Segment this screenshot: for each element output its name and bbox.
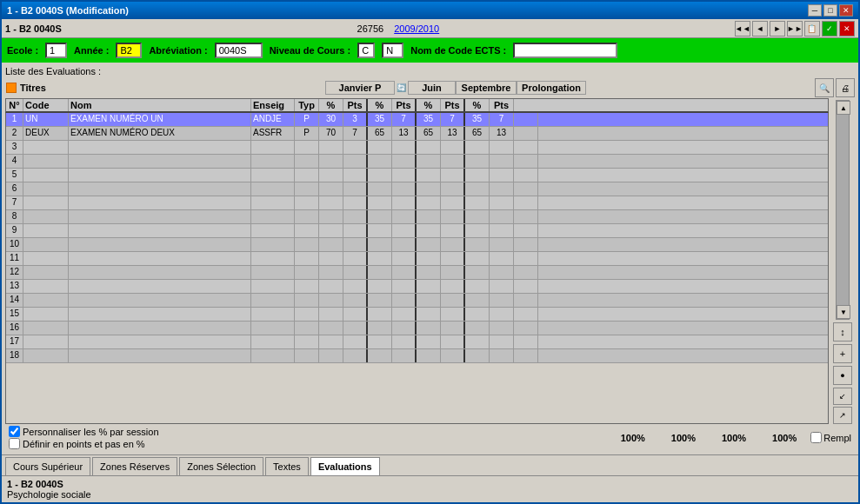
col-enseig: Enseig (251, 99, 295, 111)
table-row[interactable]: 10 (6, 238, 828, 252)
nav-prev[interactable]: ◄ (752, 21, 768, 36)
col-pct2: % (368, 99, 392, 111)
tab-zones-sélection[interactable]: Zones Sélection (179, 457, 263, 475)
col-code: Code (23, 99, 69, 111)
nav-next-next[interactable]: ►► (787, 21, 803, 36)
maximize-button[interactable]: □ (823, 4, 837, 17)
tab-zones-réserves[interactable]: Zones Réserves (92, 457, 177, 475)
scroll-track[interactable] (837, 115, 849, 305)
session-prol-label: Prolongation (517, 81, 586, 95)
table-row[interactable]: 9 (6, 224, 828, 238)
col-typ: Typ (295, 99, 319, 111)
nav-copy[interactable]: 📋 (804, 21, 820, 36)
section-label: Liste des Evaluations : (5, 66, 855, 76)
table-row[interactable]: 6 (6, 182, 828, 196)
close-button[interactable]: ✕ (839, 4, 853, 17)
nav-cancel[interactable]: ✕ (839, 21, 855, 36)
nav-buttons: ◄◄ ◄ ► ►► 📋 ✓ ✕ (735, 21, 855, 36)
add-button[interactable]: + (833, 344, 852, 363)
refresh-icon[interactable]: 🔄 (397, 83, 406, 92)
abreviation-input[interactable] (215, 43, 263, 58)
grid-outer: N° Code Nom Enseig Typ % Pts % Pts % Pts… (5, 98, 829, 424)
table-row[interactable]: 15 (6, 308, 828, 322)
table-row[interactable]: 18 (6, 349, 828, 363)
personnaliser-checkbox[interactable] (9, 426, 20, 437)
niveau-input2[interactable] (382, 43, 403, 58)
col-pct1: % (319, 99, 343, 111)
table-row[interactable]: 8 (6, 210, 828, 224)
pct-sept: 100% (722, 433, 746, 443)
nom-code-label: Nom de Code ECTS : (410, 45, 506, 56)
session-juin-label: Juin (408, 81, 456, 95)
scrollbar: ▲ ▼ (836, 100, 850, 320)
nav-confirm[interactable]: ✓ (822, 21, 837, 36)
menu-bar: 1 - B2 0040S 26756 2009/2010 ◄◄ ◄ ► ►► 📋… (2, 19, 858, 38)
personnaliser-label: Personnaliser les % par session (23, 427, 159, 437)
form-bar: Ecole : Année : Abréviation : Niveau de … (2, 38, 858, 63)
tab-textes[interactable]: Textes (265, 457, 309, 475)
annee-input[interactable] (116, 43, 142, 58)
app-window: 1 - B2 0040S (Modification) ─ □ ✕ 1 - B2… (0, 0, 860, 504)
table-row[interactable]: 1 UN EXAMEN NUMÉRO UN ANDJE P 30 3 35 7 … (6, 113, 828, 127)
table-row[interactable]: 17 (6, 335, 828, 349)
search-icon-btn[interactable]: 🔍 (815, 78, 834, 97)
titres-label: Titres (20, 83, 46, 93)
pct-jan: 100% (621, 433, 645, 443)
title-bar-controls: ─ □ ✕ (808, 4, 853, 17)
table-row[interactable]: 7 (6, 196, 828, 210)
bullet-button[interactable]: ● (833, 366, 852, 385)
col-pts2: Pts (392, 99, 417, 111)
nav-prev-prev[interactable]: ◄◄ (735, 21, 750, 36)
scroll-down[interactable]: ▼ (837, 305, 850, 319)
table-row[interactable]: 5 (6, 169, 828, 182)
definir-check-row: Définir en points et pas en % (9, 438, 159, 449)
col-pts4: Pts (490, 99, 514, 111)
session-headers: Titres Janvier P 🔄 Juin Septembre Prolon… (5, 78, 855, 97)
status-line1: 1 - B2 0040S (7, 479, 853, 489)
pct-prol: 100% (772, 433, 797, 443)
nav-next[interactable]: ► (770, 21, 785, 36)
scroll-up[interactable]: ▲ (837, 101, 850, 115)
table-row[interactable]: 4 (6, 155, 828, 169)
tab-bar: Cours SupérieurZones RéservesZones Sélec… (2, 454, 858, 475)
checkboxes: Personnaliser les % par session Définir … (9, 426, 159, 449)
col-extra (514, 99, 538, 111)
nom-code-input[interactable] (513, 43, 617, 58)
definir-checkbox[interactable] (9, 438, 20, 449)
sidebar-icons: ▲ ▼ ↕ + ● ↙ ↗ (830, 98, 855, 424)
rempl-checkbox[interactable] (810, 432, 822, 443)
print-icon-btn[interactable]: 🖨 (836, 78, 855, 97)
table-row[interactable]: 11 (6, 252, 828, 266)
table-row[interactable]: 12 (6, 266, 828, 280)
niveau-input1[interactable] (357, 43, 375, 58)
sort-button[interactable]: ↕ (833, 322, 852, 342)
col-nom: Nom (69, 99, 251, 111)
percentages-display: 100% 100% 100% 100% (621, 433, 797, 443)
tab-cours-supérieur[interactable]: Cours Supérieur (5, 457, 90, 475)
table-row[interactable]: 3 (6, 141, 828, 155)
bottom-icons: ↙ ↗ (833, 388, 852, 424)
niveau-label: Niveau de Cours : (270, 45, 351, 56)
arrow-left-icon[interactable]: ↙ (833, 388, 852, 405)
session-sept-label: Septembre (456, 81, 517, 95)
rempl-label: Rempl (823, 433, 851, 443)
pct-juin: 100% (671, 433, 696, 443)
table-row[interactable]: 2 DEUX EXAMEN NUMÉRO DEUX ASSFR P 70 7 6… (6, 127, 828, 141)
table-row[interactable]: 13 (6, 280, 828, 294)
col-headers-row: N° Code Nom Enseig Typ % Pts % Pts % Pts… (5, 98, 829, 113)
status-bar: 1 - B2 0040S Psychologie sociale (2, 475, 858, 502)
ecole-input[interactable] (45, 43, 67, 58)
col-pts1: Pts (343, 99, 368, 111)
arrow-right-icon[interactable]: ↗ (833, 407, 852, 424)
table-row[interactable]: 14 (6, 294, 828, 308)
session-jan-label: Janvier P (325, 81, 395, 95)
data-rows: 1 UN EXAMEN NUMÉRO UN ANDJE P 30 3 35 7 … (5, 113, 829, 424)
title-bar: 1 - B2 0040S (Modification) ─ □ ✕ (2, 2, 858, 19)
col-pct3: % (417, 99, 441, 111)
table-row[interactable]: 16 (6, 322, 828, 335)
minimize-button[interactable]: ─ (808, 4, 822, 17)
personnaliser-check-row: Personnaliser les % par session (9, 426, 159, 437)
menu-number: 26756 (357, 23, 384, 34)
tab-evaluations[interactable]: Evaluations (310, 457, 380, 475)
menu-year[interactable]: 2009/2010 (394, 23, 439, 34)
